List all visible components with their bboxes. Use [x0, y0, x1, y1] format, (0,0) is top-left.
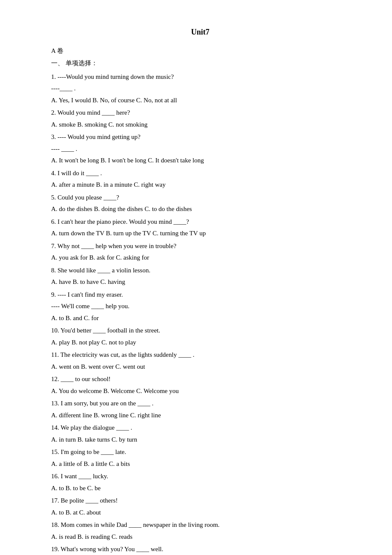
question-text: 18. Mom comes in while Dad ____ newspape…: [51, 520, 349, 531]
question-options: A. Yes, I would B. No, of course C. No, …: [51, 95, 349, 106]
question-options: A. different line B. wrong line C. right…: [51, 410, 349, 421]
question-text: 16. I want ____ lucky.: [51, 471, 349, 482]
question-text: 6. I can't hear the piano piece. Would y…: [51, 217, 349, 228]
question-options: A. to B. and C. for: [51, 313, 349, 324]
question-text: 1. ----Would you mind turning down the m…: [51, 72, 349, 83]
question-text: 12. ____ to our school!: [51, 374, 349, 385]
question-text: 3. ---- Would you mind getting up?: [51, 132, 349, 143]
question-item: 10. You'd better ____ football in the st…: [51, 325, 349, 348]
question-text: 17. Be polite ____ others!: [51, 495, 349, 506]
question-text: 2. Would you mind ____ here?: [51, 107, 349, 119]
question-text: 14. We play the dialogue ____ .: [51, 422, 349, 434]
question-item: 16. I want ____ lucky.A. to B. to be C. …: [51, 471, 349, 494]
question-item: 5. Could you please ____?A. do the dishe…: [51, 192, 349, 215]
question-item: 4. I will do it ____ .A. after a minute …: [51, 168, 349, 191]
question-item: 8. She would like ____ a violin lesson.A…: [51, 265, 349, 288]
question-text: 5. Could you please ____?: [51, 192, 349, 203]
question-item: 9. ---- I can't find my eraser. ---- We'…: [51, 289, 349, 324]
question-item: 1. ----Would you mind turning down the m…: [51, 72, 349, 106]
question-text: 4. I will do it ____ .: [51, 168, 349, 179]
question-options: A. smoke B. smoking C. not smoking: [51, 119, 349, 130]
question-text: 7. Why not ____ help when you were in tr…: [51, 241, 349, 252]
question-item: 18. Mom comes in while Dad ____ newspape…: [51, 520, 349, 542]
question-item: 14. We play the dialogue ____ .A. in tur…: [51, 422, 349, 445]
question-options: A. do the dishes B. doing the dishes C. …: [51, 204, 349, 215]
question-item: 15. I'm going to be ____ late.A. a littl…: [51, 447, 349, 469]
question-options: A. went on B. went over C. went out: [51, 361, 349, 373]
page-title: Unit7: [51, 26, 349, 39]
section-1-header: 一、 单项选择：: [51, 58, 349, 69]
question-options: A. you ask for B. ask for C. asking for: [51, 252, 349, 263]
question-item: 2. Would you mind ____ here?A. smoke B. …: [51, 107, 349, 130]
question-text-2: ---- We'll come ____ help you.: [51, 301, 349, 312]
question-options: A. play B. not play C. not to play: [51, 337, 349, 348]
question-options: A. is read B. is reading C. reads: [51, 532, 349, 543]
section-a-header: A 卷: [51, 46, 349, 57]
question-text: 19. What's wrong with you? You ____ well…: [51, 544, 349, 555]
question-options: A. have B. to have C. having: [51, 277, 349, 288]
question-item: 3. ---- Would you mind getting up? ---- …: [51, 132, 349, 166]
question-item: 12. ____ to our school!A. You do welcome…: [51, 374, 349, 396]
question-options: A. in turn B. take turns C. by turn: [51, 434, 349, 445]
question-item: 6. I can't hear the piano piece. Would y…: [51, 217, 349, 239]
question-options: A. It won't be long B. I won't be long C…: [51, 155, 349, 166]
question-item: 11. The electricity was cut, as the ligh…: [51, 350, 349, 372]
question-text-2: ---- ____ .: [51, 144, 349, 155]
question-options: A. You do welcome B. Welcome C. Welcome …: [51, 386, 349, 397]
question-options: A. turn down the TV B. turn up the TV C.…: [51, 228, 349, 239]
question-text: 9. ---- I can't find my eraser.: [51, 289, 349, 301]
questions-container: 1. ----Would you mind turning down the m…: [51, 72, 349, 555]
question-item: 17. Be polite ____ others!A. to B. at C.…: [51, 495, 349, 518]
question-text: 15. I'm going to be ____ late.: [51, 447, 349, 458]
question-item: 13. I am sorry, but you are on the ____ …: [51, 398, 349, 421]
question-text: 8. She would like ____ a violin lesson.: [51, 265, 349, 276]
question-text-2: ----____ .: [51, 83, 349, 94]
question-text: 11. The electricity was cut, as the ligh…: [51, 350, 349, 361]
question-options: A. a little of B. a little C. a bits: [51, 459, 349, 470]
question-text: 10. You'd better ____ football in the st…: [51, 325, 349, 336]
question-item: 7. Why not ____ help when you were in tr…: [51, 241, 349, 263]
question-item: 19. What's wrong with you? You ____ well…: [51, 544, 349, 555]
question-text: 13. I am sorry, but you are on the ____ …: [51, 398, 349, 409]
question-options: A. after a minute B. in a minute C. righ…: [51, 179, 349, 191]
question-options: A. to B. to be C. be: [51, 483, 349, 494]
question-options: A. to B. at C. about: [51, 507, 349, 518]
